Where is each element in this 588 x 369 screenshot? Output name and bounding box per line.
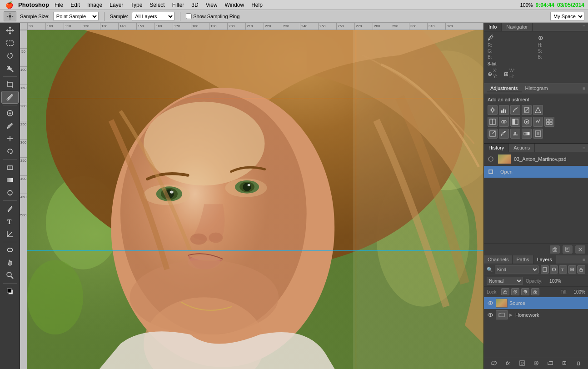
adj-channel-mixer[interactable]	[533, 117, 543, 127]
adj-threshold[interactable]	[510, 129, 520, 139]
adj-photo-filter[interactable]	[522, 117, 532, 127]
tab-navigator[interactable]: Navigator	[502, 23, 533, 31]
apple-menu[interactable]: 🍎	[0, 1, 18, 9]
filter-adjust-btn[interactable]	[550, 265, 558, 274]
menu-type[interactable]: Type	[127, 1, 146, 9]
history-brush-btn[interactable]	[2, 145, 18, 157]
history-delete-btn[interactable]	[575, 245, 585, 254]
layers-tabs: Channels Paths Layers ≡	[484, 255, 588, 264]
clone-stamp-btn[interactable]	[2, 133, 18, 145]
layer-item-source[interactable]: Source	[484, 297, 588, 309]
lock-image-btn[interactable]	[511, 288, 519, 295]
tab-actions[interactable]: Actions	[509, 144, 535, 152]
tab-layers[interactable]: Layers	[533, 255, 556, 264]
menu-3d[interactable]: 3D	[188, 1, 202, 9]
delete-layer-btn[interactable]	[573, 359, 583, 367]
lock-all-btn[interactable]	[531, 288, 539, 295]
sample-size-select[interactable]: Point Sample 3 by 3 Average 5 by 5 Avera…	[53, 12, 99, 21]
svg-rect-69	[524, 132, 529, 135]
history-new-doc-btn[interactable]	[563, 245, 573, 254]
history-item-file[interactable]: 03_Anton_Martinov.psd	[484, 152, 588, 166]
adj-color-lookup[interactable]	[544, 117, 554, 127]
adj-panel-menu[interactable]: ≡	[583, 86, 585, 91]
y-row: Y:	[493, 74, 500, 79]
adj-panel-header: Adjustments Histogram ≡	[484, 83, 588, 94]
workspace-select[interactable]: My Space	[550, 12, 584, 21]
magic-wand-btn[interactable]	[2, 63, 18, 75]
add-mask-btn[interactable]	[517, 359, 527, 367]
history-panel-menu[interactable]: ≡	[580, 145, 588, 151]
adj-brightness[interactable]	[488, 105, 498, 115]
filter-type-btn[interactable]: T	[559, 265, 567, 274]
filter-pixel-btn[interactable]	[541, 265, 549, 274]
menu-help[interactable]: Help	[248, 1, 266, 9]
layers-list: Source ▶ Homework	[484, 297, 588, 357]
adj-posterize[interactable]	[499, 129, 509, 139]
adj-curves[interactable]	[510, 105, 520, 115]
menu-edit[interactable]: Edit	[67, 1, 84, 9]
canvas-wrapper[interactable]	[27, 30, 483, 369]
type-tool-btn[interactable]: T	[2, 215, 18, 227]
menu-select[interactable]: Select	[146, 1, 168, 9]
history-snapshot-btn[interactable]	[550, 245, 560, 254]
tab-info[interactable]: Info	[484, 23, 502, 31]
layers-filter-select[interactable]: Kind Name Effect Mode Attribute Color	[495, 265, 539, 274]
sampling-ring-checkbox[interactable]	[186, 13, 192, 19]
add-adjustment-btn[interactable]	[531, 359, 541, 367]
blend-mode-select[interactable]: Normal Dissolve Multiply Screen	[487, 277, 523, 285]
layers-panel-menu[interactable]: ≡	[580, 256, 588, 263]
history-item-open[interactable]: Open	[484, 166, 588, 178]
dodge-tool-btn[interactable]	[2, 187, 18, 199]
lasso-tool-btn[interactable]	[2, 50, 18, 62]
menu-layer[interactable]: Layer	[106, 1, 127, 9]
menu-window[interactable]: Window	[221, 1, 248, 9]
info-panel-menu[interactable]: ≡	[580, 23, 588, 31]
tab-paths[interactable]: Paths	[513, 255, 533, 264]
new-group-btn[interactable]	[545, 359, 555, 367]
layer-visibility-homework[interactable]	[487, 311, 494, 319]
adj-color-balance[interactable]	[499, 117, 509, 127]
spot-heal-btn[interactable]	[2, 107, 18, 119]
tab-channels[interactable]: Channels	[484, 255, 513, 264]
menu-image[interactable]: Image	[84, 1, 106, 9]
adj-selective-color[interactable]	[533, 129, 543, 139]
marquee-tool-btn[interactable]	[2, 37, 18, 49]
menu-file[interactable]: File	[51, 1, 67, 9]
tab-history[interactable]: History	[484, 144, 509, 152]
eyedropper-tool-btn[interactable]	[2, 91, 18, 103]
pen-tool-btn[interactable]	[2, 203, 18, 214]
brush-tool-btn[interactable]	[2, 120, 18, 132]
adj-hue-sat[interactable]	[488, 117, 498, 127]
adj-gradient-map[interactable]	[522, 129, 532, 139]
lock-transparent-btn[interactable]	[501, 288, 509, 295]
adj-exposure[interactable]	[522, 105, 532, 115]
crop-tool-btn[interactable]	[2, 79, 18, 90]
adj-bw[interactable]	[510, 117, 520, 127]
link-layers-btn[interactable]	[489, 359, 499, 367]
workspace-dropdown[interactable]: My Space	[550, 12, 584, 21]
sample-select[interactable]: All Layers Current Layer	[132, 12, 174, 21]
layer-visibility-source[interactable]	[487, 299, 494, 307]
filter-smart-btn[interactable]	[568, 265, 576, 274]
tab-adjustments[interactable]: Adjustments	[487, 85, 522, 92]
path-select-btn[interactable]	[2, 228, 18, 240]
filter-lock-btn[interactable]	[577, 265, 585, 274]
eraser-tool-btn[interactable]	[2, 161, 18, 173]
gradient-tool-btn[interactable]	[2, 174, 18, 186]
ruler-mark-v: 150	[20, 85, 27, 103]
layer-effects-btn[interactable]: fx	[503, 359, 513, 367]
fg-bg-colors[interactable]	[2, 285, 18, 297]
ellipse-tool-btn[interactable]	[2, 244, 18, 256]
adj-invert[interactable]	[488, 129, 498, 139]
tab-histogram[interactable]: Histogram	[522, 85, 552, 92]
layer-item-homework[interactable]: ▶ Homework	[484, 309, 588, 321]
menu-view[interactable]: View	[202, 1, 221, 9]
adj-levels[interactable]	[499, 105, 509, 115]
adj-vibrance[interactable]	[533, 105, 543, 115]
menu-filter[interactable]: Filter	[169, 1, 188, 9]
move-tool-btn[interactable]	[2, 25, 18, 36]
hand-tool-btn[interactable]	[2, 257, 18, 269]
lock-position-btn[interactable]	[521, 288, 529, 295]
new-layer-btn[interactable]	[559, 359, 569, 367]
zoom-tool-btn[interactable]	[2, 269, 18, 281]
